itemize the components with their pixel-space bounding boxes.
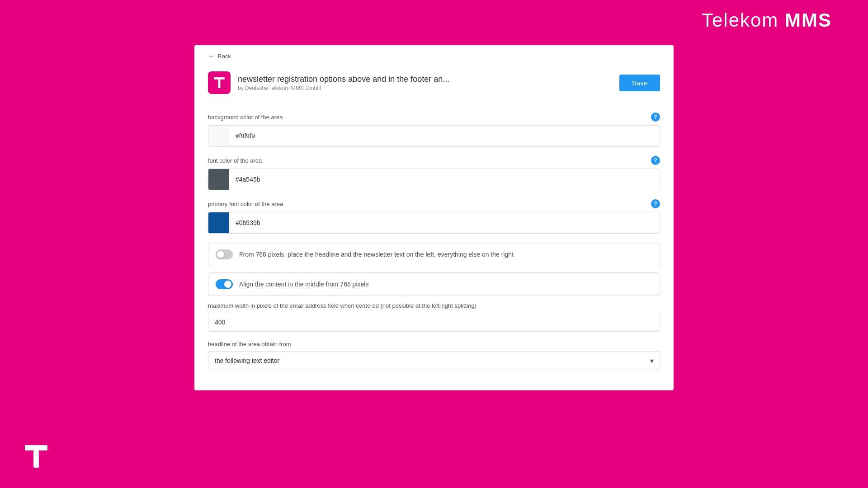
headline-label: headline of the area obtain from bbox=[208, 341, 291, 347]
font-color-help-icon[interactable]: ? bbox=[651, 156, 660, 165]
primary-font-color-swatch[interactable] bbox=[208, 212, 229, 233]
bg-color-label-row: background color of the area ? bbox=[208, 113, 660, 122]
bg-color-input[interactable] bbox=[229, 127, 660, 145]
toggle1-row: From 768 pixels, place the headline and … bbox=[208, 243, 660, 266]
primary-font-color-help-icon[interactable]: ? bbox=[651, 199, 660, 208]
headline-select-wrapper: the following text editor plugin setting… bbox=[208, 351, 660, 370]
svg-rect-2 bbox=[25, 445, 47, 450]
bg-color-input-row bbox=[208, 125, 660, 147]
headline-label-row: headline of the area obtain from bbox=[208, 341, 660, 347]
plugin-author: by Deutsche Telekom MMS GmbH bbox=[238, 85, 612, 91]
bg-color-label: background color of the area bbox=[208, 114, 283, 121]
svg-rect-3 bbox=[33, 450, 39, 468]
toggle1-label: From 768 pixels, place the headline and … bbox=[239, 251, 514, 258]
primary-font-color-input[interactable] bbox=[229, 214, 660, 232]
plugin-title: newsletter registration options above an… bbox=[238, 75, 612, 84]
primary-font-color-label-row: primary font color of the area ? bbox=[208, 199, 660, 208]
toggle2-label: Align the content in the middle from 768… bbox=[239, 281, 368, 288]
font-color-swatch[interactable] bbox=[208, 169, 229, 190]
back-nav[interactable]: ← Back bbox=[194, 45, 674, 62]
toggle2-knob bbox=[224, 281, 231, 288]
toggle1-switch[interactable] bbox=[216, 249, 233, 259]
headline-field-group: headline of the area obtain from the fol… bbox=[208, 341, 660, 370]
back-arrow-icon: ← bbox=[208, 52, 215, 60]
toggle2-row: Align the content in the middle from 768… bbox=[208, 272, 660, 296]
bg-color-help-icon[interactable]: ? bbox=[651, 113, 660, 122]
max-width-label: maximum width in pixels of the email add… bbox=[208, 302, 476, 309]
top-bar: Telekom MMS bbox=[0, 0, 868, 41]
font-color-label-row: font color of the area ? bbox=[208, 156, 660, 165]
toggle1-knob bbox=[217, 251, 224, 258]
toggle2-switch[interactable] bbox=[216, 279, 233, 289]
telekom-mms-logo: Telekom MMS bbox=[702, 9, 832, 31]
card-header: newsletter registration options above an… bbox=[194, 62, 674, 101]
bg-color-swatch[interactable] bbox=[208, 126, 229, 146]
bg-color-field-group: background color of the area ? bbox=[208, 113, 660, 147]
font-color-label: font color of the area bbox=[208, 157, 262, 164]
primary-font-color-field-group: primary font color of the area ? bbox=[208, 199, 660, 234]
main-card: ← Back newsletter registration options a… bbox=[194, 45, 674, 390]
svg-rect-1 bbox=[218, 80, 221, 88]
save-button[interactable]: Save bbox=[619, 75, 660, 91]
primary-font-color-label: primary font color of the area bbox=[208, 201, 283, 207]
card-body: background color of the area ? font colo… bbox=[194, 101, 674, 390]
max-width-label-row: maximum width in pixels of the email add… bbox=[208, 302, 660, 309]
plugin-info: newsletter registration options above an… bbox=[238, 75, 612, 91]
max-width-input[interactable] bbox=[208, 313, 660, 332]
font-color-input-row bbox=[208, 169, 660, 190]
font-color-field-group: font color of the area ? bbox=[208, 156, 660, 190]
max-width-field-group: maximum width in pixels of the email add… bbox=[208, 302, 660, 332]
font-color-input[interactable] bbox=[229, 170, 660, 188]
bottom-telekom-logo bbox=[23, 443, 50, 470]
back-label: Back bbox=[218, 53, 231, 60]
plugin-icon bbox=[208, 71, 231, 94]
primary-font-color-input-row bbox=[208, 212, 660, 234]
headline-select[interactable]: the following text editor plugin setting… bbox=[208, 351, 660, 370]
svg-rect-0 bbox=[214, 77, 225, 80]
